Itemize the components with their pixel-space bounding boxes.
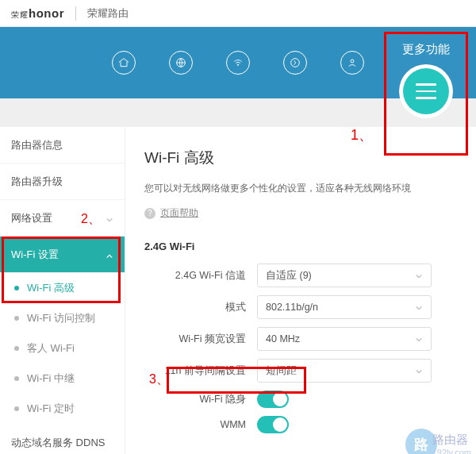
select-bandwidth[interactable]: 40 MHz: [257, 327, 432, 351]
sidebar-item-label: 动态域名服务 DDNS: [11, 437, 105, 450]
watermark: 路 路由器 192ly.com: [405, 429, 471, 454]
label-bandwidth: Wi-Fi 频宽设置: [144, 333, 257, 346]
row-channel: 2.4G Wi-Fi 信道 自适应 (9): [144, 264, 460, 287]
sidebar-sub-wifi-timer[interactable]: Wi-Fi 定时: [0, 394, 125, 424]
sidebar-item-network[interactable]: 网络设置 2、: [0, 200, 125, 237]
main-area: 路由器信息 路由器升级 网络设置 2、 Wi-Fi 设置 Wi-Fi 高级 Wi…: [0, 127, 476, 454]
sidebar-sub-label: Wi-Fi 高级: [27, 281, 75, 295]
sidebar-item-label: 路由器升级: [11, 175, 63, 189]
watermark-text2: 192ly.com: [432, 448, 471, 455]
bullet-icon: [14, 286, 19, 290]
chevron-down-icon: [415, 367, 423, 375]
svg-point-3: [351, 60, 354, 63]
chevron-up-icon: [106, 251, 113, 259]
sidebar-item-label: Wi-Fi 设置: [11, 248, 59, 262]
sidebar-item-router-upgrade[interactable]: 路由器升级: [0, 164, 125, 200]
home-icon[interactable]: [112, 51, 136, 75]
sidebar-sub-wifi-guest[interactable]: 客人 Wi-Fi: [0, 333, 125, 364]
sidebar-item-ddns[interactable]: 动态域名服务 DDNS: [0, 424, 125, 454]
select-value: 802.11b/g/n: [266, 302, 318, 313]
bullet-icon: [14, 376, 19, 381]
chevron-down-icon: [106, 214, 113, 222]
toggle-hide-ssid[interactable]: [257, 391, 289, 408]
hamburger-button[interactable]: [403, 68, 449, 114]
top-ribbon: 更多功能 1、: [0, 27, 476, 127]
power-globe-icon[interactable]: [283, 51, 307, 75]
svg-point-2: [291, 59, 300, 67]
sidebar-item-label: 路由器信息: [11, 138, 63, 152]
select-mode[interactable]: 802.11b/g/n: [257, 295, 432, 319]
section-title: 2.4G Wi-Fi: [144, 240, 460, 252]
page-help[interactable]: ? 页面帮助: [144, 206, 460, 220]
sidebar-item-label: 网络设置: [11, 211, 52, 225]
brand-cn: 荣耀: [11, 10, 28, 21]
label-channel: 2.4G Wi-Fi 信道: [144, 269, 257, 283]
chevron-down-icon: [415, 271, 423, 279]
sidebar: 路由器信息 路由器升级 网络设置 2、 Wi-Fi 设置 Wi-Fi 高级 Wi…: [0, 127, 125, 454]
more-label: 更多功能: [386, 42, 466, 57]
help-icon: ?: [144, 208, 155, 219]
sidebar-sub-wifi-access[interactable]: Wi-Fi 访问控制: [0, 303, 125, 333]
brand-bar: 荣耀 honor 荣耀路由: [0, 0, 476, 27]
callout-2: 2、: [81, 211, 101, 228]
select-value: 40 MHz: [266, 333, 300, 344]
select-value: 短间距: [266, 364, 297, 378]
svg-point-1: [237, 64, 238, 65]
row-preamble: 11n 前导间隔设置 短间距: [144, 359, 460, 383]
brand-product: 荣耀路由: [87, 6, 129, 21]
callout-3: 3、: [149, 371, 169, 388]
bullet-icon: [14, 406, 19, 411]
sidebar-sub-label: Wi-Fi 定时: [27, 402, 75, 416]
content-panel: Wi-Fi 高级 您可以对无线网络做更多个性化的设置，适应各种无线网络环境 ? …: [125, 127, 476, 454]
page-help-link[interactable]: 页面帮助: [160, 206, 198, 220]
sidebar-sub-label: Wi-Fi 访问控制: [27, 311, 95, 325]
bullet-icon: [14, 346, 19, 351]
watermark-text1: 路由器: [432, 433, 471, 448]
chevron-down-icon: [415, 303, 423, 311]
page-description: 您可以对无线网络做更多个性化的设置，适应各种无线网络环境: [144, 181, 460, 195]
bullet-icon: [14, 316, 19, 321]
page-title: Wi-Fi 高级: [144, 148, 460, 168]
user-icon[interactable]: [340, 51, 364, 75]
sidebar-sub-wifi-repeat[interactable]: Wi-Fi 中继: [0, 364, 125, 394]
sidebar-sub-wifi-advanced[interactable]: Wi-Fi 高级: [0, 273, 125, 303]
brand-divider: [75, 6, 76, 21]
row-bandwidth: Wi-Fi 频宽设置 40 MHz: [144, 327, 460, 351]
label-wmm: WMM: [144, 419, 257, 430]
chevron-down-icon: [415, 335, 423, 343]
select-value: 自适应 (9): [266, 269, 312, 283]
sidebar-item-wifi[interactable]: Wi-Fi 设置: [0, 237, 125, 273]
sidebar-sub-label: Wi-Fi 中继: [27, 371, 75, 386]
globe-icon[interactable]: [169, 51, 193, 75]
select-preamble[interactable]: 短间距: [257, 359, 432, 383]
wifi-icon[interactable]: [226, 51, 250, 75]
sidebar-sub-label: 客人 Wi-Fi: [27, 341, 75, 356]
row-mode: 模式 802.11b/g/n: [144, 295, 460, 319]
select-channel[interactable]: 自适应 (9): [257, 264, 432, 287]
toggle-wmm[interactable]: [257, 416, 289, 433]
brand-en: honor: [29, 6, 64, 20]
brand-logo: 荣耀 honor: [11, 6, 64, 21]
label-hide-ssid: Wi-Fi 隐身: [144, 393, 257, 406]
sidebar-item-router-info[interactable]: 路由器信息: [0, 127, 125, 164]
label-mode: 模式: [144, 301, 257, 314]
row-hide-ssid: Wi-Fi 隐身: [144, 391, 460, 408]
